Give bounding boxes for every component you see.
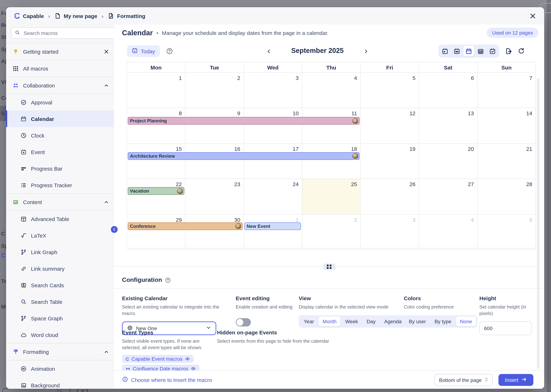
sidebar-item-event[interactable]: Event [6,144,114,160]
breadcrumb-item-formatting[interactable]: Formatting [108,13,145,19]
day-cell[interactable]: 7 [477,73,536,108]
day-cell[interactable]: 24 [244,179,302,214]
view-option-year[interactable]: Year [300,316,318,326]
day-cell[interactable]: 11 [302,108,361,143]
search-macros-box[interactable] [11,27,117,39]
event-editing-toggle[interactable] [236,318,251,326]
day-cell[interactable]: 5 [477,214,536,249]
sidebar-item-search-table[interactable]: Search Table [6,293,114,310]
day-cell[interactable]: 16 [186,144,244,179]
day-cell[interactable]: 1 [244,214,302,249]
next-month-button[interactable]: › [363,44,370,58]
cal-week-view-icon[interactable] [451,46,462,56]
content-scrollbar[interactable] [537,78,539,369]
sidebar-item-animation[interactable]: Animation [6,360,114,377]
sidebar-item-formatting[interactable]: Formatting [6,343,114,360]
sidebar-item-content[interactable]: Content [6,194,114,210]
sidebar-item-advanced-table[interactable]: Advanced Table [6,210,114,227]
day-cell[interactable]: 27 [419,179,478,214]
cal-grid-view-icon[interactable] [475,46,486,56]
breadcrumb-item-my-new-page[interactable]: My new page [54,13,97,19]
day-cell[interactable]: 23 [186,179,244,214]
insert-location-link[interactable]: Choose where to insert the macro [122,376,212,383]
day-cell[interactable]: 28 [477,179,536,214]
insert-position-select[interactable]: Bottom of the page [434,374,493,386]
sidebar-item-calendar[interactable]: Calendar [6,111,114,127]
view-option-agenda[interactable]: Agenda [380,316,406,326]
day-cell-today[interactable]: 25 [302,179,361,214]
sidebar-item-collaboration[interactable]: Collaboration [6,77,114,94]
chevron-up-icon[interactable] [104,199,109,205]
height-input[interactable] [479,322,531,335]
cal-month-view-icon[interactable] [463,46,474,56]
sidebar-item-word-cloud[interactable]: Word cloud [6,327,114,343]
export-icon[interactable] [505,48,512,55]
day-cell[interactable]: 8 [127,108,186,143]
day-cell[interactable]: 18 [302,144,361,179]
chevron-up-icon[interactable] [104,83,109,88]
day-cell[interactable]: 4 [302,73,361,108]
day-cell[interactable]: 3 [361,214,419,249]
calendar-event-new-event[interactable]: New Event [244,222,301,230]
resize-drag-handle[interactable] [323,264,335,270]
day-cell[interactable]: 30 [186,214,244,249]
calendar-help-icon[interactable] [166,48,173,55]
colors-option-by-user[interactable]: By user [405,316,430,326]
sidebar-item-background[interactable]: Background [6,377,114,389]
close-dialog-icon[interactable] [530,12,536,19]
day-cell[interactable]: 9 [186,108,244,143]
sidebar-collapse-button[interactable] [111,226,118,233]
colors-option-none[interactable]: None [456,316,476,326]
sidebar-item-progress-bar[interactable]: Progress Bar [6,160,114,177]
sidebar-item-search-cards[interactable]: Search Cards [6,277,114,293]
day-cell[interactable]: 4 [419,214,478,249]
day-cell[interactable]: 14 [477,108,536,143]
sidebar-item-progress-tracker[interactable]: Progress Tracker [6,177,114,193]
day-cell[interactable]: 22 [127,179,186,214]
configuration-help-icon[interactable] [165,277,171,283]
today-button[interactable]: Today [127,45,160,57]
view-option-month[interactable]: Month [319,316,341,326]
calendar-event-vacation[interactable]: Vacation [128,187,184,195]
sidebar-item-all-macros[interactable]: All macros [6,60,114,77]
day-cell[interactable]: 2 [186,73,244,108]
day-cell[interactable]: 3 [244,73,302,108]
sidebar-item-link-graph[interactable]: Link Graph [6,244,114,260]
day-cell[interactable]: 29 [127,214,186,249]
day-cell[interactable]: 19 [361,144,419,179]
day-cell[interactable]: 20 [419,144,478,179]
prev-month-button[interactable]: ‹ [265,44,272,58]
cal-day-view-icon[interactable] [439,46,451,56]
event-type-chip-capable-event-macros[interactable]: CCapable Event macros [122,355,194,363]
colors-option-by-type[interactable]: By type [431,316,455,326]
breadcrumb-item-capable[interactable]: CCapable [14,12,44,20]
day-cell[interactable]: 2 [302,214,361,249]
chevron-up-icon[interactable] [104,349,109,354]
day-cell[interactable]: 5 [361,73,419,108]
day-cell[interactable]: 21 [477,144,536,179]
view-option-day[interactable]: Day [363,316,380,326]
sidebar-item-latex[interactable]: LaTeX [6,227,114,244]
calendar-event-project-planning[interactable]: Project Planning [128,117,359,125]
usage-badge[interactable]: Used on 12 pages [487,28,538,38]
sidebar-item-approval[interactable]: Approval [6,94,114,111]
sidebar-item-link-summary[interactable]: Link summary [6,260,114,277]
day-cell[interactable]: 17 [244,144,302,179]
day-cell[interactable]: 1 [127,73,186,108]
view-option-week[interactable]: Week [341,316,362,326]
sidebar-item-getting-started[interactable]: Getting started [6,43,114,60]
day-cell[interactable]: 26 [361,179,419,214]
day-cell[interactable]: 15 [127,144,186,179]
cal-check-view-icon[interactable] [487,46,498,56]
calendar-event-architecture-review[interactable]: Architecture Review [128,152,359,160]
sidebar-item-space-graph[interactable]: Space Graph [6,310,114,327]
search-input[interactable] [23,30,113,36]
day-cell[interactable]: 12 [361,108,419,143]
day-cell[interactable]: 13 [419,108,478,143]
calendar-event-conference[interactable]: Conference [128,222,243,230]
dismiss-icon[interactable] [104,49,109,54]
insert-button[interactable]: Insert [498,374,533,386]
day-cell[interactable]: 6 [419,73,478,108]
day-cell[interactable]: 10 [244,108,302,143]
sidebar-item-clock[interactable]: Clock [6,127,114,144]
